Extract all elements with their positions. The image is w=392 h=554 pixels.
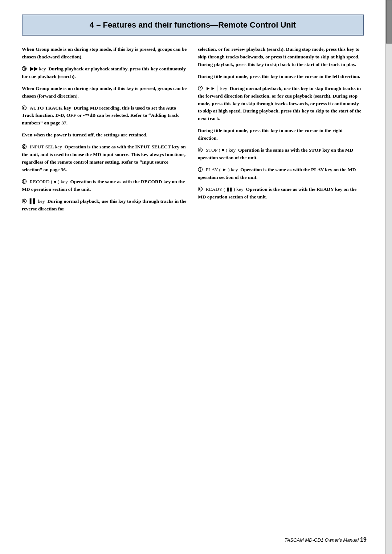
two-column-layout: When Group mode is on during stop mode, … xyxy=(22,46,364,217)
scrollbar-thumb[interactable] xyxy=(386,0,392,44)
item-39-block: ⓡ ►►│ key During normal playback, use th… xyxy=(198,85,364,123)
para-power-retained: Even when the power is turned off, the s… xyxy=(22,131,188,139)
content-area: 4 – Features and their functions—Remote … xyxy=(0,0,385,239)
item-40-block: ⓢ STOP ( ■ ) key Operation is the same a… xyxy=(198,147,364,162)
item-number-41: ⓣ xyxy=(198,166,203,173)
item-37-block: ⓟ RECORD ( ● ) key Operation is the same… xyxy=(22,178,188,193)
para-cursor-left: During title input mode, press this key … xyxy=(198,73,364,81)
footer-brand-text: TASCAM MD-CD1 Owner's Manual xyxy=(285,537,359,543)
item-35-block: ⓝ AUTO TRACK key During MD recording, th… xyxy=(22,104,188,127)
page-number: 19 xyxy=(360,537,367,543)
item-number-35: ⓝ xyxy=(22,104,26,112)
item-number-42: ⓤ xyxy=(198,186,203,193)
item-number-38: ⓠ xyxy=(22,198,26,205)
para-group-backward: When Group mode is on during stop mode, … xyxy=(22,46,188,61)
page-footer: TASCAM MD-CD1 Owner's Manual19 xyxy=(285,537,367,543)
item-41-block: ⓣ PLAY ( ► ) key Operation is the same a… xyxy=(198,166,364,181)
item-number-34: ⓜ xyxy=(22,65,26,73)
item-number-36: ⓞ xyxy=(22,143,26,151)
right-column: selection, or for review playback (searc… xyxy=(198,46,364,205)
item-number-37: ⓟ xyxy=(22,178,26,185)
para-selection-search: selection, or for review playback (searc… xyxy=(198,46,364,69)
item-34-block: ⓜ ▶▶ key During playback or playback sta… xyxy=(22,65,188,81)
chapter-title: 4 – Features and their functions—Remote … xyxy=(30,20,356,30)
para-cursor-right: During title input mode, press this key … xyxy=(198,127,364,142)
left-column: When Group mode is on during stop mode, … xyxy=(22,46,188,217)
item-38-block: ⓠ ▌▌ key During normal playback, use thi… xyxy=(22,198,188,213)
item-36-block: ⓞ INPUT SEL key Operation is the same as… xyxy=(22,143,188,174)
item-number-39: ⓡ xyxy=(198,85,203,92)
page-container: 4 – Features and their functions—Remote … xyxy=(0,0,392,554)
item-42-block: ⓤ READY ( ▮▮ ) key Operation is the same… xyxy=(198,186,364,201)
para-group-forward: When Group mode is on during stop mode, … xyxy=(22,85,188,100)
item-number-40: ⓢ xyxy=(198,147,203,154)
chapter-header: 4 – Features and their functions—Remote … xyxy=(22,15,364,36)
scrollbar[interactable] xyxy=(385,0,392,554)
